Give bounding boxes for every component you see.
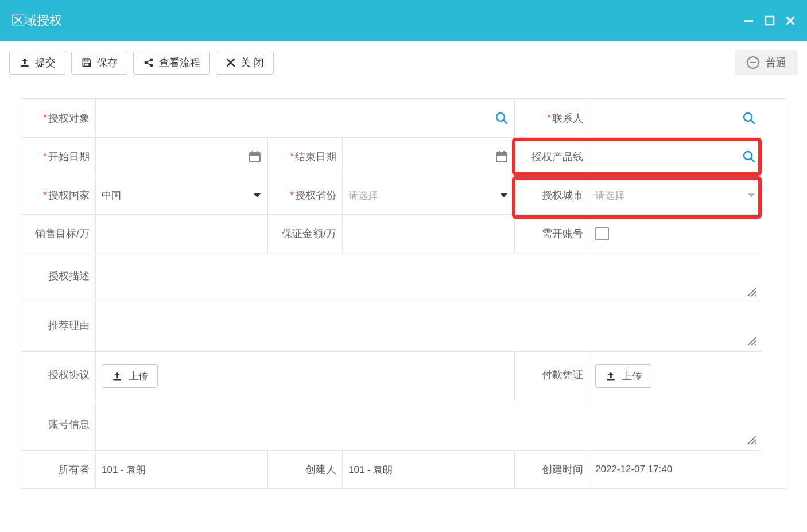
calendar-icon[interactable] <box>495 150 509 164</box>
label-province: *授权省份 <box>268 176 343 214</box>
label-need-account: 需开账号 <box>515 214 589 253</box>
select-city[interactable]: 请选择 <box>589 176 762 214</box>
maximize-icon[interactable] <box>765 15 775 26</box>
upload-payment-voucher: 上传 <box>589 351 762 401</box>
textarea-description[interactable] <box>96 253 762 302</box>
svg-rect-15 <box>257 151 258 154</box>
svg-rect-13 <box>250 153 260 156</box>
label-creator: 创建人 <box>268 450 343 488</box>
value-creator: 101 - 袁朗 <box>343 450 515 488</box>
close-icon[interactable] <box>785 15 796 26</box>
label-auth-target: *授权对象 <box>21 99 96 137</box>
input-auth-target[interactable] <box>96 99 515 137</box>
svg-rect-0 <box>744 20 753 22</box>
search-icon[interactable] <box>495 111 509 125</box>
select-province[interactable]: 请选择 <box>343 176 515 214</box>
window-titlebar: 区域授权 <box>0 0 807 41</box>
input-start-date[interactable] <box>96 137 268 176</box>
svg-rect-3 <box>84 59 88 61</box>
input-end-date[interactable] <box>343 137 515 176</box>
end-date-field[interactable] <box>348 145 495 168</box>
resize-handle-icon[interactable] <box>746 286 757 297</box>
svg-rect-14 <box>252 151 253 154</box>
textarea-recommend[interactable] <box>96 302 762 351</box>
need-account-checkbox[interactable] <box>595 227 609 240</box>
close-label: 关 闭 <box>240 56 264 69</box>
save-label: 保存 <box>97 56 118 69</box>
svg-rect-22 <box>607 379 614 381</box>
label-country: *授权国家 <box>21 176 96 214</box>
input-sales-target[interactable] <box>96 214 268 253</box>
upload-icon <box>111 371 123 382</box>
close-button[interactable]: 关 闭 <box>216 51 274 75</box>
priority-badge[interactable]: 普通 <box>735 50 798 75</box>
chevron-down-icon <box>499 191 509 200</box>
view-process-button[interactable]: 查看流程 <box>133 51 210 75</box>
input-product-line[interactable] <box>589 137 762 176</box>
svg-rect-19 <box>503 151 505 154</box>
upload-voucher-button[interactable]: 上传 <box>595 364 651 388</box>
label-recommend: 推荐理由 <box>21 302 96 351</box>
label-start-date: *开始日期 <box>21 137 96 176</box>
label-owner: 所有者 <box>21 450 96 488</box>
svg-rect-9 <box>750 62 756 63</box>
label-product-line: 授权产品线 <box>515 137 589 176</box>
submit-button[interactable]: 提交 <box>9 51 65 75</box>
city-placeholder: 请选择 <box>595 189 624 202</box>
sales-target-field[interactable] <box>102 222 262 245</box>
search-icon[interactable] <box>742 111 756 125</box>
textarea-account-info[interactable] <box>96 401 762 450</box>
upload-icon <box>19 57 30 68</box>
view-process-label: 查看流程 <box>159 56 200 69</box>
svg-rect-4 <box>84 63 89 67</box>
input-contact[interactable] <box>589 99 762 137</box>
chevron-down-icon <box>253 191 262 200</box>
chevron-down-icon <box>747 191 756 200</box>
submit-label: 提交 <box>35 56 56 69</box>
priority-label: 普通 <box>766 56 786 69</box>
save-button[interactable]: 保存 <box>71 51 127 75</box>
priority-icon <box>746 56 760 69</box>
label-deposit: 保证金额/万 <box>268 214 343 253</box>
upload-icon <box>605 371 616 382</box>
minimize-icon[interactable] <box>743 15 754 26</box>
window-controls <box>743 15 796 26</box>
province-placeholder: 请选择 <box>348 189 378 202</box>
label-account-info: 账号信息 <box>21 401 96 450</box>
checkbox-need-account[interactable] <box>589 214 762 253</box>
form-grid: *授权对象 *联系人 *开始日期 *结束日期 授权产品线 <box>21 98 786 489</box>
start-date-field[interactable] <box>102 145 248 168</box>
calendar-icon[interactable] <box>248 150 262 164</box>
label-create-time: 创建时间 <box>515 450 589 488</box>
svg-rect-1 <box>766 17 774 25</box>
share-icon <box>143 57 154 68</box>
window-title: 区域授权 <box>11 12 62 29</box>
upload-agreement-button[interactable]: 上传 <box>102 364 158 388</box>
label-payment-voucher: 付款凭证 <box>515 351 589 401</box>
resize-handle-icon[interactable] <box>746 434 757 445</box>
contact-field[interactable] <box>595 107 742 130</box>
label-description: 授权描述 <box>21 253 96 302</box>
svg-rect-2 <box>21 65 28 67</box>
label-end-date: *结束日期 <box>268 137 343 176</box>
auth-target-field[interactable] <box>102 107 495 130</box>
country-value: 中国 <box>102 189 121 202</box>
resize-handle-icon[interactable] <box>746 335 757 347</box>
label-sales-target: 销售目标/万 <box>21 214 96 253</box>
value-owner: 101 - 袁朗 <box>96 450 268 488</box>
x-icon <box>226 57 236 68</box>
label-agreement: 授权协议 <box>21 351 96 401</box>
svg-rect-21 <box>113 379 121 381</box>
upload-agreement: 上传 <box>96 351 515 401</box>
select-country[interactable]: 中国 <box>96 176 268 214</box>
svg-rect-18 <box>499 151 500 154</box>
save-icon <box>81 57 92 68</box>
deposit-field[interactable] <box>348 222 509 245</box>
svg-rect-17 <box>496 153 507 156</box>
input-deposit[interactable] <box>343 214 515 253</box>
value-create-time: 2022-12-07 17:40 <box>589 450 762 488</box>
label-contact: *联系人 <box>515 99 589 137</box>
product-line-field[interactable] <box>595 145 742 168</box>
search-icon[interactable] <box>742 150 756 164</box>
toolbar: 提交 保存 查看流程 关 闭 普通 <box>0 41 807 84</box>
